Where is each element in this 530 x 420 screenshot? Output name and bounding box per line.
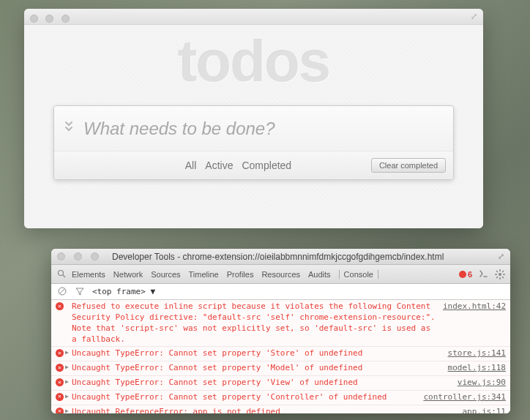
- error-source-link[interactable]: app.js:11: [456, 407, 506, 413]
- expand-triangle-icon[interactable]: ▶: [65, 364, 69, 372]
- console-error-row[interactable]: ▶Uncaught TypeError: Cannot set property…: [51, 347, 510, 361]
- console-toolbar: <top frame> ▼: [51, 284, 510, 300]
- tab-timeline[interactable]: Timeline: [189, 270, 219, 279]
- fullscreen-icon[interactable]: ⤢: [471, 12, 477, 21]
- clear-console-icon[interactable]: [57, 287, 67, 297]
- devtools-titlebar[interactable]: Developer Tools - chrome-extension://oie…: [51, 249, 510, 265]
- todo-footer: All Active Completed Clear completed: [54, 151, 453, 179]
- expand-triangle-icon[interactable]: ▶: [65, 408, 69, 413]
- app-body: todos All Active Completed Clear complet…: [24, 25, 483, 228]
- svg-line-10: [502, 271, 504, 272]
- minimize-icon[interactable]: [45, 15, 53, 23]
- error-icon: [56, 349, 64, 357]
- devtools-tabs: Elements Network Sources Timeline Profil…: [72, 270, 459, 279]
- filter-all[interactable]: All: [185, 160, 197, 171]
- error-source-link[interactable]: view.js:90: [452, 378, 506, 389]
- filter-completed[interactable]: Completed: [242, 160, 291, 171]
- clear-completed-button[interactable]: Clear completed: [371, 158, 446, 173]
- console-error-row[interactable]: ▶Uncaught TypeError: Cannot set property…: [51, 376, 510, 391]
- svg-line-7: [496, 271, 498, 272]
- error-count-badge[interactable]: 6: [459, 270, 472, 279]
- filter-group: All Active Completed: [105, 160, 371, 171]
- error-message: Refused to execute inline script because…: [72, 301, 437, 345]
- error-message: Uncaught TypeError: Cannot set property …: [72, 348, 442, 359]
- devtools-status: 6: [459, 269, 506, 280]
- error-icon: [56, 364, 64, 372]
- fullscreen-icon[interactable]: ⤢: [492, 252, 510, 261]
- tab-resources[interactable]: Resources: [261, 270, 300, 279]
- svg-line-8: [502, 277, 504, 278]
- console-error-row[interactable]: ▶Uncaught TypeError: Cannot set property…: [51, 391, 510, 405]
- new-todo-row: [54, 106, 453, 151]
- minimize-icon[interactable]: [74, 252, 82, 260]
- chevron-down-icon[interactable]: [54, 119, 83, 138]
- error-source-link[interactable]: model.js:118: [442, 363, 506, 374]
- expand-triangle-icon[interactable]: ▶: [65, 349, 69, 357]
- error-source-link[interactable]: controller.js:341: [417, 392, 506, 403]
- tab-audits[interactable]: Audits: [308, 270, 331, 279]
- devtools-title: Developer Tools - chrome-extension://oie…: [109, 252, 492, 262]
- svg-line-9: [496, 277, 498, 278]
- zoom-icon[interactable]: [61, 15, 70, 23]
- tab-console[interactable]: Console: [339, 270, 378, 279]
- error-icon: [56, 408, 64, 413]
- devtools-window: Developer Tools - chrome-extension://oie…: [51, 249, 510, 413]
- svg-line-12: [60, 288, 65, 293]
- error-source-link[interactable]: index.html:42: [437, 301, 506, 312]
- filter-icon[interactable]: [75, 287, 85, 297]
- console-error-row[interactable]: ▶Uncaught ReferenceError: app is not def…: [51, 405, 510, 413]
- drawer-toggle-icon[interactable]: [478, 269, 488, 280]
- console-error-row[interactable]: ▶Uncaught TypeError: Cannot set property…: [51, 361, 510, 376]
- new-todo-input[interactable]: [83, 119, 453, 139]
- app-titlebar[interactable]: ⤢: [24, 9, 483, 25]
- filter-active[interactable]: Active: [205, 160, 233, 171]
- error-message: Uncaught TypeError: Cannot set property …: [72, 392, 417, 403]
- frame-selector[interactable]: <top frame> ▼: [92, 287, 155, 296]
- expand-triangle-icon[interactable]: ▶: [65, 378, 69, 386]
- devtools-tabbar: Elements Network Sources Timeline Profil…: [51, 265, 510, 284]
- tab-network[interactable]: Network: [113, 270, 143, 279]
- tab-profiles[interactable]: Profiles: [227, 270, 254, 279]
- error-icon: [56, 302, 64, 310]
- expand-triangle-icon[interactable]: ▶: [65, 393, 69, 401]
- svg-line-1: [63, 275, 65, 277]
- svg-point-0: [59, 270, 64, 275]
- error-icon: [56, 393, 64, 401]
- tab-sources[interactable]: Sources: [151, 270, 180, 279]
- error-source-link[interactable]: store.js:141: [442, 348, 506, 359]
- svg-point-2: [499, 273, 501, 276]
- search-icon[interactable]: [56, 269, 67, 280]
- error-icon: [56, 378, 64, 386]
- page-title: todos: [24, 32, 483, 91]
- window-controls: [51, 252, 109, 260]
- gear-icon[interactable]: [494, 269, 506, 280]
- window-controls: [30, 12, 74, 26]
- console-output: Refused to execute inline script because…: [51, 300, 510, 413]
- todos-app-window: ⤢ todos All Active Completed Clear compl…: [24, 9, 483, 228]
- close-icon[interactable]: [30, 15, 38, 23]
- error-message: Uncaught TypeError: Cannot set property …: [72, 363, 442, 374]
- zoom-icon[interactable]: [91, 252, 99, 260]
- tab-elements[interactable]: Elements: [72, 270, 105, 279]
- console-error-row[interactable]: Refused to execute inline script because…: [51, 300, 510, 347]
- error-message: Uncaught TypeError: Cannot set property …: [72, 378, 452, 389]
- todo-panel: All Active Completed Clear completed: [53, 105, 454, 180]
- error-message: Uncaught ReferenceError: app is not defi…: [72, 407, 456, 413]
- close-icon[interactable]: [57, 252, 65, 260]
